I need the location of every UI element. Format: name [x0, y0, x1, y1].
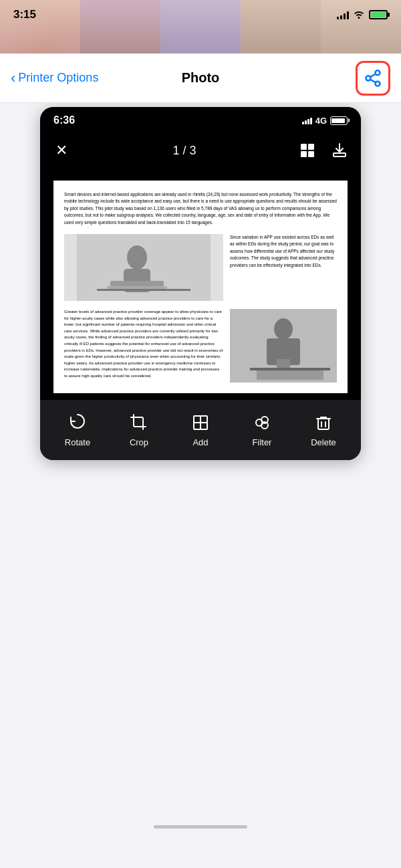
status-bar: 3:15 [0, 0, 401, 29]
nav-bar: ‹ Printer Options Photo [0, 53, 401, 103]
document-bottom-section: Greater levels of advanced practice prov… [64, 309, 337, 383]
page-indicator: 1 / 3 [172, 144, 196, 158]
svg-rect-16 [200, 423, 207, 429]
wifi-icon [353, 9, 365, 21]
status-icons [337, 9, 388, 21]
svg-rect-11 [250, 368, 330, 370]
document-image-2 [230, 309, 337, 383]
back-label: Printer Options [18, 71, 98, 85]
svg-rect-6 [97, 289, 190, 291]
document-paragraph-1: Smart devices and internet-based applica… [64, 191, 337, 226]
phone-network-icon: 4G [315, 116, 327, 126]
grid-view-icon[interactable] [297, 140, 318, 161]
document-two-col-section: Since variation in APP use existed acros… [64, 234, 337, 301]
page-title: Photo [182, 70, 220, 86]
battery-icon [369, 10, 388, 19]
toolbar-rotate[interactable]: Rotate [57, 412, 98, 447]
svg-rect-15 [194, 423, 200, 429]
phone-close-button[interactable]: ✕ [51, 140, 72, 161]
toolbar-filter-label: Filter [253, 437, 272, 447]
svg-rect-20 [318, 419, 329, 429]
document-col-right: Since variation in APP use existed acros… [230, 234, 337, 301]
phone-status-icons: 4G [302, 116, 348, 126]
rotate-icon [67, 412, 88, 433]
toolbar-crop[interactable]: Crop [119, 412, 159, 447]
phone-top-bar: ✕ 1 / 3 [40, 134, 361, 167]
toolbar-rotate-label: Rotate [65, 437, 90, 447]
toolbar-delete-label: Delete [311, 437, 336, 447]
toolbar-crop-label: Crop [130, 437, 148, 447]
toolbar-filter[interactable]: Filter [242, 412, 282, 447]
share-button[interactable] [356, 61, 390, 96]
filter-icon [251, 412, 273, 433]
back-chevron-icon: ‹ [11, 71, 15, 86]
svg-rect-0 [333, 153, 346, 156]
toolbar-add[interactable]: Add [180, 412, 221, 447]
status-time: 3:15 [13, 8, 36, 21]
download-icon[interactable] [329, 140, 350, 161]
svg-rect-4 [110, 281, 164, 286]
toolbar-delete[interactable]: Delete [303, 412, 344, 447]
document-page: Smart devices and internet-based applica… [53, 181, 348, 393]
phone-battery-icon [330, 116, 348, 125]
svg-rect-12 [257, 370, 323, 380]
document-col-left [64, 234, 223, 301]
document-paragraph-2: Since variation in APP use existed acros… [230, 234, 337, 269]
crop-icon [128, 412, 150, 433]
document-area: Smart devices and internet-based applica… [40, 167, 361, 400]
phone-action-icons [297, 140, 350, 161]
phone-mockup: 6:36 4G ✕ 1 / 3 [40, 107, 361, 460]
phone-bottom-toolbar: Rotate Crop Add [40, 400, 361, 460]
svg-point-2 [127, 245, 147, 269]
svg-rect-13 [194, 416, 200, 423]
signal-icon [337, 10, 349, 19]
svg-point-8 [274, 318, 293, 340]
toolbar-add-label: Add [192, 437, 208, 447]
document-paragraph-3: Greater levels of advanced practice prov… [64, 309, 223, 383]
home-indicator [154, 825, 247, 829]
svg-rect-14 [200, 416, 207, 423]
delete-icon [313, 412, 334, 433]
document-image-1 [64, 234, 223, 301]
phone-time: 6:36 [53, 114, 75, 126]
phone-signal-icon [302, 116, 312, 124]
page-bottom [0, 815, 401, 868]
svg-rect-5 [107, 286, 167, 289]
add-icon [190, 412, 211, 433]
phone-status-bar: 6:36 4G [40, 107, 361, 134]
back-button[interactable]: ‹ Printer Options [11, 71, 98, 86]
